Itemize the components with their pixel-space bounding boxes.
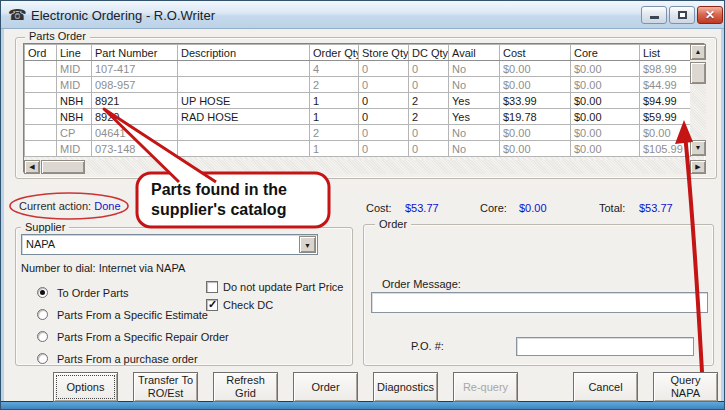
radio-label: To Order Parts: [57, 287, 129, 299]
table-cell: [25, 77, 57, 93]
scroll-left-button[interactable]: ◀: [24, 160, 40, 174]
table-cell: 0: [359, 61, 409, 77]
table-cell: No: [449, 77, 500, 93]
column-header[interactable]: Line: [57, 45, 92, 61]
order-group-label: Order: [375, 218, 411, 230]
total-label: Total:: [599, 202, 625, 214]
scroll-right-button[interactable]: ▶: [690, 160, 706, 174]
table-row[interactable]: MID073-148100No$0.00$0.00$105.99: [25, 141, 691, 157]
column-header[interactable]: Description: [178, 45, 310, 61]
options-button[interactable]: Options: [53, 372, 118, 402]
core-label: Core:: [480, 202, 507, 214]
diagnostics-button[interactable]: Diagnostics: [373, 372, 438, 402]
vertical-scrollbar[interactable]: ▲ ▼: [690, 44, 706, 156]
parts-grid: OrdLinePart NumberDescriptionOrder QtySt…: [23, 43, 705, 173]
table-cell: $19.78: [500, 109, 571, 125]
minimize-icon: [650, 16, 659, 19]
table-cell: $0.00: [500, 141, 571, 157]
table-cell: 0: [409, 77, 449, 93]
po-number-label: P.O. #:: [411, 340, 444, 352]
refresh-grid-button[interactable]: Refresh Grid: [213, 372, 278, 402]
column-header[interactable]: Cost: [500, 45, 571, 61]
table-cell: 0: [359, 109, 409, 125]
table-cell: 1: [310, 93, 359, 109]
radio-label: Parts From a purchase order: [57, 353, 198, 365]
table-cell: MID: [57, 141, 92, 157]
phone-icon: ☎: [8, 6, 27, 24]
column-header[interactable]: Core: [571, 45, 640, 61]
table-row[interactable]: NBH8921UP HOSE102Yes$33.99$0.00$94.99: [25, 93, 691, 109]
checkbox-icon: ✓: [206, 281, 218, 293]
table-cell: [178, 77, 310, 93]
table-cell: MID: [57, 77, 92, 93]
table-cell: 2: [310, 77, 359, 93]
minimize-button[interactable]: [641, 6, 667, 24]
restore-button[interactable]: [669, 6, 695, 24]
supplier-group-label: Supplier: [21, 221, 69, 233]
table-cell: 107-417: [92, 61, 178, 77]
query-napa-button[interactable]: Query NAPA: [653, 372, 718, 402]
parts-table-header-row: OrdLinePart NumberDescriptionOrder QtySt…: [25, 45, 691, 61]
table-cell: $0.00: [500, 125, 571, 141]
table-cell: 098-957: [92, 77, 178, 93]
table-row[interactable]: NBH8920RAD HOSE102Yes$19.78$0.00$59.99: [25, 109, 691, 125]
electronic-ordering-window: ☎ Electronic Ordering - R.O.Writer ✕ Par…: [0, 0, 725, 410]
order-button[interactable]: Order: [293, 372, 358, 402]
po-number-input[interactable]: [516, 337, 694, 356]
table-cell: Yes: [449, 93, 500, 109]
transfer-to-ro-est-button[interactable]: Transfer To RO/Est: [133, 372, 198, 402]
checkbox-icon: ✓: [206, 299, 218, 311]
close-button[interactable]: ✕: [697, 6, 723, 24]
table-cell: Yes: [449, 109, 500, 125]
table-cell: No: [449, 141, 500, 157]
table-cell: $0.00: [640, 125, 691, 141]
scroll-down-button[interactable]: ▼: [690, 140, 706, 156]
column-header[interactable]: Store Qty: [359, 45, 409, 61]
column-header[interactable]: List: [640, 45, 691, 61]
column-header[interactable]: Ord: [25, 45, 57, 61]
table-cell: $33.99: [500, 93, 571, 109]
table-cell: $0.00: [571, 141, 640, 157]
table-cell: MID: [57, 61, 92, 77]
column-header[interactable]: DC Qty: [409, 45, 449, 61]
table-cell: 0: [409, 141, 449, 157]
table-cell: $0.00: [571, 77, 640, 93]
cost-value: $53.77: [405, 202, 439, 214]
table-cell: 8921: [92, 93, 178, 109]
window-frame-left: [1, 29, 4, 409]
column-header[interactable]: Part Number: [92, 45, 178, 61]
table-cell: NBH: [57, 109, 92, 125]
table-cell: 073-148: [92, 141, 178, 157]
radio-icon: [37, 309, 48, 320]
cancel-button[interactable]: Cancel: [573, 372, 638, 402]
title-bar: ☎ Electronic Ordering - R.O.Writer ✕: [1, 1, 724, 29]
horizontal-scrollbar[interactable]: ◀ ▶: [24, 160, 706, 174]
radio-icon: [37, 287, 48, 298]
current-action-value: Done: [94, 200, 120, 212]
supplier-dropdown-value: NAPA: [26, 238, 55, 250]
vertical-scrollbar-thumb[interactable]: [690, 62, 706, 84]
parts-table: OrdLinePart NumberDescriptionOrder QtySt…: [24, 44, 691, 157]
supplier-dropdown[interactable]: NAPA ▼: [21, 234, 318, 255]
table-cell: 0: [359, 125, 409, 141]
dropdown-arrow-button[interactable]: ▼: [299, 236, 316, 253]
table-cell: 8920: [92, 109, 178, 125]
scroll-up-button[interactable]: ▲: [690, 44, 706, 60]
window-title: Electronic Ordering - R.O.Writer: [31, 8, 215, 23]
table-cell: 0: [359, 77, 409, 93]
radio-label: Parts From a Specific Repair Order: [57, 331, 229, 343]
callout-text-line2: supplier's catalog: [151, 201, 286, 218]
table-row[interactable]: MID098-957200No$0.00$0.00$44.99: [25, 77, 691, 93]
table-row[interactable]: CP04641200No$0.00$0.00$0.00: [25, 125, 691, 141]
re-query-button[interactable]: Re-query: [453, 372, 518, 402]
table-row[interactable]: MID107-417400No$0.00$0.00$98.99: [25, 61, 691, 77]
table-cell: UP HOSE: [178, 93, 310, 109]
table-cell: No: [449, 61, 500, 77]
horizontal-scrollbar-thumb[interactable]: [41, 160, 85, 174]
radio-icon: [37, 353, 48, 364]
column-header[interactable]: Order Qty: [310, 45, 359, 61]
table-cell: [25, 61, 57, 77]
column-header[interactable]: Avail: [449, 45, 500, 61]
order-message-input[interactable]: [371, 292, 708, 313]
table-cell: 2: [409, 93, 449, 109]
